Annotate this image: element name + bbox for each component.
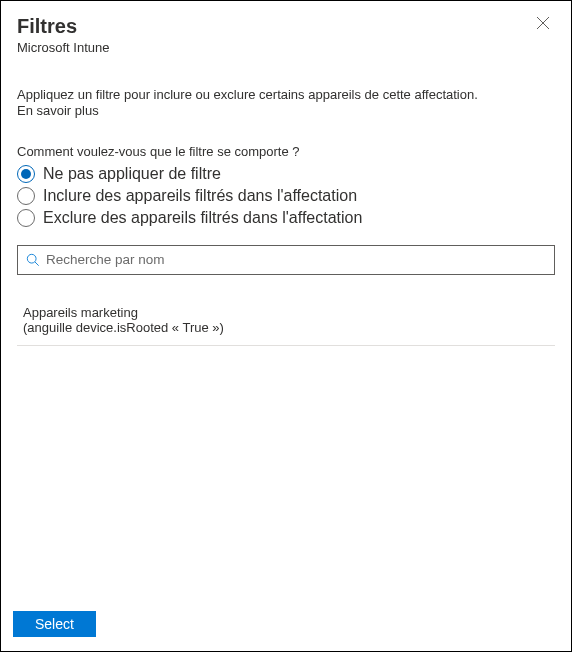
close-icon bbox=[536, 16, 550, 34]
search-box[interactable] bbox=[17, 245, 555, 275]
filter-list: Appareils marketing (anguille device.isR… bbox=[17, 303, 555, 346]
radio-icon bbox=[17, 209, 35, 227]
panel-footer: Select bbox=[1, 601, 571, 651]
list-item[interactable]: Appareils marketing (anguille device.isR… bbox=[17, 303, 555, 346]
select-button[interactable]: Select bbox=[13, 611, 96, 637]
behavior-question: Comment voulez-vous que le filtre se com… bbox=[17, 144, 555, 159]
svg-point-0 bbox=[27, 254, 36, 263]
panel-subtitle: Microsoft Intune bbox=[17, 40, 555, 55]
panel-title: Filtres bbox=[17, 15, 555, 38]
panel-header: Filtres Microsoft Intune bbox=[1, 1, 571, 59]
radio-label: Ne pas appliquer de filtre bbox=[43, 165, 221, 183]
scroll-area: Comment voulez-vous que le filtre se com… bbox=[1, 144, 571, 602]
filters-panel: Filtres Microsoft Intune Appliquez un fi… bbox=[0, 0, 572, 652]
radio-option-exclude[interactable]: Exclure des appareils filtrés dans l'aff… bbox=[17, 209, 555, 227]
close-button[interactable] bbox=[533, 15, 553, 35]
list-item-name: Appareils marketing bbox=[23, 305, 549, 320]
radio-label: Inclure des appareils filtrés dans l'aff… bbox=[43, 187, 357, 205]
search-input[interactable] bbox=[46, 252, 546, 267]
radio-option-none[interactable]: Ne pas appliquer de filtre bbox=[17, 165, 555, 183]
radio-label: Exclure des appareils filtrés dans l'aff… bbox=[43, 209, 362, 227]
search-icon bbox=[26, 253, 40, 267]
radio-option-include[interactable]: Inclure des appareils filtrés dans l'aff… bbox=[17, 187, 555, 205]
svg-line-1 bbox=[35, 262, 39, 266]
list-item-detail: (anguille device.isRooted « True ») bbox=[23, 320, 549, 335]
behavior-radio-group: Ne pas appliquer de filtre Inclure des a… bbox=[17, 165, 555, 227]
radio-icon bbox=[17, 187, 35, 205]
learn-more-link[interactable]: En savoir plus bbox=[17, 103, 99, 118]
radio-icon bbox=[17, 165, 35, 183]
description-text: Appliquez un filtre pour inclure ou excl… bbox=[17, 87, 478, 102]
description-block: Appliquez un filtre pour inclure ou excl… bbox=[1, 59, 571, 120]
